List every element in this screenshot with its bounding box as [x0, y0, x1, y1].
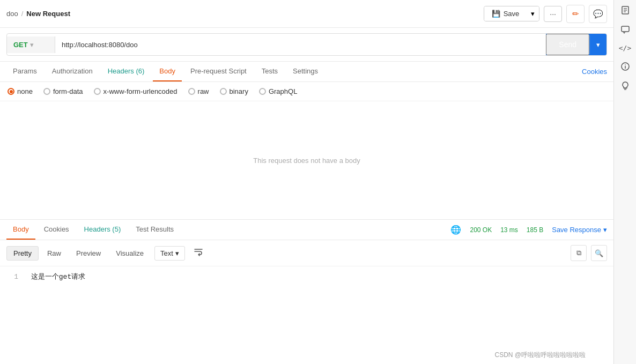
- radio-urlencoded-dot: [94, 88, 101, 95]
- top-actions: 💾 Save ▾ ··· ✏ 💬: [484, 5, 607, 23]
- radio-binary-dot: [220, 88, 227, 95]
- svg-point-7: [625, 64, 626, 65]
- comment-icon-button[interactable]: 💬: [589, 5, 607, 23]
- tab-authorization[interactable]: Authorization: [46, 62, 99, 81]
- format-tab-preview[interactable]: Preview: [70, 247, 107, 260]
- response-tab-body[interactable]: Body: [6, 220, 35, 240]
- chat-icon-button[interactable]: [620, 25, 630, 34]
- search-button[interactable]: 🔍: [591, 245, 607, 261]
- no-body-message: This request does not have a body: [0, 101, 613, 219]
- format-row: Pretty Raw Preview Visualize Text ▾ ⧉: [0, 240, 613, 266]
- breadcrumb: doo / New Request: [6, 10, 484, 18]
- copy-icon: ⧉: [576, 249, 581, 257]
- method-chevron-icon: ▾: [30, 41, 34, 49]
- send-button[interactable]: Send: [546, 34, 589, 55]
- save-icon: 💾: [492, 10, 500, 18]
- status-code: 200 OK: [470, 226, 492, 234]
- tab-headers[interactable]: Headers (6): [101, 62, 151, 81]
- tab-params[interactable]: Params: [6, 62, 43, 81]
- save-button-group: 💾 Save ▾: [484, 6, 540, 21]
- text-format-label: Text: [160, 249, 173, 257]
- top-bar: doo / New Request 💾 Save ▾ ··· ✏: [0, 0, 613, 28]
- save-dropdown-button[interactable]: ▾: [527, 6, 539, 21]
- bulb-icon: [620, 81, 630, 91]
- right-panel: </>: [613, 0, 636, 364]
- request-area: GET ▾ Send ▾: [0, 28, 613, 62]
- url-input[interactable]: [55, 36, 546, 53]
- chevron-down-icon: ▾: [531, 10, 535, 18]
- radio-none[interactable]: none: [8, 87, 33, 95]
- request-tabs: Params Authorization Headers (6) Body Pr…: [0, 62, 613, 82]
- line-number: 1: [8, 273, 18, 281]
- format-tab-pretty[interactable]: Pretty: [6, 246, 39, 261]
- footer: CSDN @呼啦啦呼啦啦啦啦啦啦: [494, 351, 586, 360]
- radio-form-data[interactable]: form-data: [43, 87, 83, 95]
- document-icon-button[interactable]: [620, 5, 630, 15]
- response-tab-test-results[interactable]: Test Results: [129, 220, 180, 240]
- radio-binary[interactable]: binary: [220, 87, 248, 95]
- wrap-icon: [194, 247, 203, 257]
- tab-settings[interactable]: Settings: [286, 62, 324, 81]
- method-label: GET: [13, 41, 28, 49]
- radio-form-data-label: form-data: [53, 87, 83, 95]
- radio-none-label: none: [17, 87, 33, 95]
- radio-raw[interactable]: raw: [188, 87, 209, 95]
- bulb-icon-button[interactable]: [620, 81, 630, 91]
- save-response-label: Save Response: [552, 226, 601, 234]
- svg-rect-4: [622, 26, 629, 32]
- response-body: 1 这是一个get请求: [0, 266, 613, 309]
- info-icon: [620, 62, 630, 71]
- more-button[interactable]: ···: [544, 6, 562, 22]
- radio-form-data-dot: [43, 88, 50, 95]
- radio-urlencoded-label: x-www-form-urlencoded: [103, 87, 178, 95]
- wrap-button[interactable]: [189, 244, 208, 262]
- status-size: 185 B: [527, 226, 543, 234]
- edit-icon: ✏: [572, 9, 579, 19]
- send-dropdown-button[interactable]: ▾: [589, 35, 607, 54]
- send-chevron-icon: ▾: [596, 41, 600, 49]
- send-button-group: Send ▾: [546, 34, 607, 55]
- response-tabs: Body Cookies Headers (5) Test Results 🌐 …: [0, 220, 613, 240]
- radio-binary-label: binary: [230, 87, 248, 95]
- radio-raw-label: raw: [198, 87, 209, 95]
- format-tab-raw[interactable]: Raw: [41, 247, 68, 260]
- code-icon-button[interactable]: </>: [619, 44, 631, 52]
- save-response-button[interactable]: Save Response ▾: [552, 226, 607, 234]
- comment-icon: 💬: [593, 9, 603, 19]
- footer-text: CSDN @呼啦啦呼啦啦啦啦啦啦: [494, 351, 586, 359]
- breadcrumb-parent[interactable]: doo: [6, 10, 18, 18]
- text-format-chevron-icon: ▾: [175, 249, 179, 257]
- radio-graphql[interactable]: GraphQL: [259, 87, 297, 95]
- radio-graphql-dot: [259, 88, 266, 95]
- tab-tests[interactable]: Tests: [255, 62, 284, 81]
- text-format-dropdown[interactable]: Text ▾: [154, 246, 185, 261]
- radio-none-dot: [8, 88, 14, 95]
- radio-graphql-label: GraphQL: [269, 87, 297, 95]
- status-time: 13 ms: [500, 226, 518, 234]
- response-line: 1 这是一个get请求: [8, 272, 606, 281]
- response-line-content: 这是一个get请求: [31, 273, 85, 281]
- format-actions: ⧉ 🔍: [571, 245, 607, 261]
- response-tab-cookies[interactable]: Cookies: [38, 220, 76, 240]
- response-tab-headers[interactable]: Headers (5): [78, 220, 128, 240]
- method-select[interactable]: GET ▾: [7, 36, 55, 53]
- save-response-chevron-icon: ▾: [603, 226, 607, 234]
- url-bar: GET ▾ Send ▾: [6, 33, 607, 56]
- search-icon: 🔍: [595, 249, 603, 257]
- copy-button[interactable]: ⧉: [571, 245, 587, 261]
- body-options: none form-data x-www-form-urlencoded raw…: [0, 82, 613, 101]
- format-tab-visualize[interactable]: Visualize: [109, 247, 150, 260]
- breadcrumb-separator: /: [21, 10, 24, 18]
- save-button[interactable]: 💾 Save: [484, 6, 527, 21]
- tab-pre-request-script[interactable]: Pre-request Script: [184, 62, 253, 81]
- radio-urlencoded[interactable]: x-www-form-urlencoded: [94, 87, 178, 95]
- save-label: Save: [504, 10, 520, 18]
- chat-icon: [620, 25, 630, 34]
- tab-body[interactable]: Body: [153, 62, 182, 81]
- breadcrumb-current: New Request: [26, 10, 70, 18]
- cookies-link[interactable]: Cookies: [582, 68, 607, 76]
- radio-raw-dot: [188, 88, 195, 95]
- document-icon: [620, 5, 630, 15]
- info-icon-button[interactable]: [620, 62, 630, 71]
- edit-icon-button[interactable]: ✏: [566, 5, 585, 23]
